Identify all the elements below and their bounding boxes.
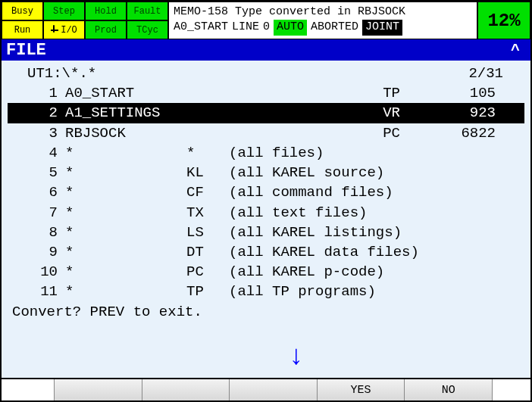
list-item[interactable]: 5*KL(all KAREL source) [8, 163, 524, 182]
message-area: MEMO-158 Type converted in RBJSOCK A0_ST… [168, 2, 477, 39]
led-hold: Hold [85, 2, 127, 20]
blank [433, 203, 500, 223]
file-type: PC [229, 123, 433, 143]
list-item[interactable]: 9*DT(all KAREL data files) [8, 242, 524, 262]
filter-ext: CF [186, 182, 229, 202]
list-item[interactable]: 8*LS(all KAREL listings) [8, 223, 524, 242]
softkey-f4-yes[interactable]: YES [318, 379, 405, 400]
auto-badge: AUTO [274, 20, 307, 35]
row-index: 11 [8, 282, 65, 301]
list-item[interactable]: 11*TP(all TP programs) [8, 282, 524, 301]
row-index: 5 [8, 163, 65, 182]
filter-desc: (all KAREL p-code) [229, 262, 433, 282]
file-size: 6822 [433, 123, 500, 143]
led-run: Run [2, 20, 43, 39]
run-state: ABORTED [311, 20, 358, 35]
filter-ext: DT [186, 242, 229, 262]
softkey-f2[interactable] [142, 379, 230, 400]
list-item[interactable]: 6*CF(all command files) [8, 182, 524, 202]
item-counter: 2/31 [468, 64, 524, 83]
filter-desc: (all files) [229, 143, 433, 163]
row-index: 6 [8, 182, 65, 202]
file-ext [186, 83, 229, 103]
blank [433, 223, 500, 242]
file-type: TP [229, 83, 433, 103]
alarm-message: MEMO-158 Type converted in RBJSOCK [174, 5, 472, 20]
softkey-f5-no[interactable]: NO [405, 379, 493, 400]
motion-mode-badge: JOINT [362, 20, 402, 35]
blank [433, 242, 500, 262]
arrow-down-icon: ↓ [288, 338, 305, 376]
softkey-bar: YES NO [2, 378, 530, 400]
row-index: 1 [8, 83, 65, 103]
list-item[interactable]: 3RBJSOCKPC6822 [8, 123, 524, 143]
blank [433, 182, 500, 202]
file-name: A1_SETTINGS [65, 103, 186, 123]
led-step: Step [43, 2, 85, 20]
filter-ext: PC [186, 262, 229, 282]
screen-title-bar: FILE ^ [2, 39, 530, 61]
led-fault: Fault [127, 2, 168, 20]
blank [433, 143, 500, 163]
io-icon [51, 30, 58, 31]
line-label: LINE [232, 20, 259, 35]
filter-desc: (all KAREL source) [229, 163, 433, 182]
program-name: A0_START [174, 20, 228, 35]
filter-desc: (all TP programs) [229, 282, 433, 301]
led-tcyc: TCyc [127, 20, 168, 39]
row-index: 8 [8, 223, 65, 242]
led-grid: Busy Step Hold Fault Run I/O Prod TCyc [2, 2, 168, 39]
filter-ext: TP [186, 282, 229, 301]
row-index: 4 [8, 143, 65, 163]
file-name: A0_START [65, 83, 186, 103]
blank [433, 262, 500, 282]
softkey-f1[interactable] [55, 379, 142, 400]
filter-name: * [65, 223, 186, 242]
blank [433, 282, 500, 301]
list-item[interactable]: 1A0_STARTTP105 [8, 83, 524, 103]
file-listing: UT1:\*.* 2/31 1A0_STARTTP1052A1_SETTINGS… [2, 61, 530, 378]
prompt-text: Convert? PREV to exit. [8, 302, 524, 322]
row-index: 2 [8, 103, 65, 123]
softkey-prev-spacer [2, 379, 55, 400]
blank [433, 163, 500, 182]
filter-ext: KL [186, 163, 229, 182]
file-ext [186, 103, 229, 123]
filter-name: * [65, 182, 186, 202]
file-ext [186, 123, 229, 143]
filter-name: * [65, 163, 186, 182]
led-io-label: I/O [61, 25, 77, 36]
filter-desc: (all KAREL listings) [229, 223, 433, 242]
filter-desc: (all command files) [229, 182, 433, 202]
filter-name: * [65, 262, 186, 282]
filter-ext: * [186, 143, 229, 163]
led-prod: Prod [85, 20, 127, 39]
softkey-f3[interactable] [230, 379, 318, 400]
filter-desc: (all KAREL data files) [229, 242, 433, 262]
row-index: 9 [8, 242, 65, 262]
filter-name: * [65, 282, 186, 301]
row-index: 7 [8, 203, 65, 223]
list-item[interactable]: 2A1_SETTINGSVR923 [8, 103, 524, 123]
led-io: I/O [43, 20, 85, 39]
filter-desc: (all text files) [229, 203, 433, 223]
file-size: 105 [433, 83, 500, 103]
screen-title: FILE [6, 41, 46, 60]
status-bar: Busy Step Hold Fault Run I/O Prod TCyc M… [2, 2, 530, 39]
chevron-up-icon: ^ [511, 42, 520, 59]
filter-ext: LS [186, 223, 229, 242]
filter-name: * [65, 203, 186, 223]
row-index: 10 [8, 262, 65, 282]
led-busy: Busy [2, 2, 43, 20]
list-item[interactable]: 10*PC(all KAREL p-code) [8, 262, 524, 282]
list-item[interactable]: 4**(all files) [8, 143, 524, 163]
current-path: UT1:\*.* [8, 64, 96, 83]
program-status-line: A0_START LINE 0 AUTO ABORTED JOINT [174, 20, 472, 35]
file-name: RBJSOCK [65, 123, 186, 143]
file-size: 923 [433, 103, 500, 123]
line-number: 0 [263, 20, 270, 35]
row-index: 3 [8, 123, 65, 143]
file-type: VR [229, 103, 433, 123]
filter-ext: TX [186, 203, 229, 223]
list-item[interactable]: 7*TX(all text files) [8, 203, 524, 223]
